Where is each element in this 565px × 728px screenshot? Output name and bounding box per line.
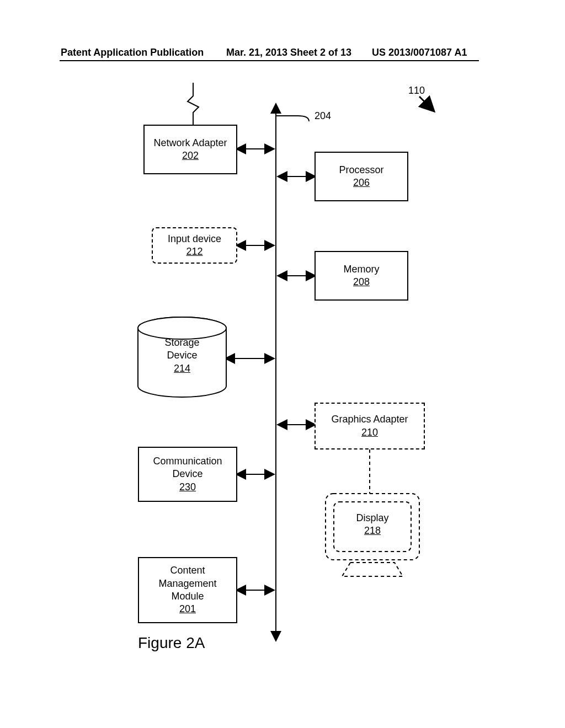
- memory-block: Memory 208: [315, 251, 408, 301]
- graphics-adapter-block: Graphics Adapter 210: [315, 403, 425, 449]
- storage-title: Storage Device: [138, 336, 226, 362]
- header-left: Patent Application Publication: [61, 47, 204, 58]
- communication-device-ref: 230: [179, 481, 196, 494]
- communication-device-title: Communication Device: [139, 455, 236, 481]
- storage-block-text: Storage Device 214: [138, 336, 226, 375]
- svg-point-12: [138, 317, 226, 339]
- processor-block: Processor 206: [315, 152, 408, 201]
- display-ref: 218: [334, 524, 411, 537]
- system-label: 110: [408, 85, 425, 97]
- diagram-svg: [0, 77, 565, 684]
- display-block-text: Display 218: [334, 512, 411, 538]
- svg-point-11: [138, 317, 226, 339]
- processor-ref: 206: [353, 176, 370, 189]
- network-adapter-title: Network Adapter: [153, 137, 227, 149]
- figure-caption: Figure 2A: [138, 634, 205, 652]
- processor-title: Processor: [339, 164, 383, 176]
- diagram: Network Adapter 202 Processor 206 Input …: [0, 77, 565, 684]
- svg-line-1: [419, 97, 433, 110]
- network-adapter-ref: 202: [182, 149, 199, 162]
- content-management-title: Content Management Module: [158, 564, 216, 603]
- graphics-adapter-title: Graphics Adapter: [331, 413, 408, 426]
- input-device-ref: 212: [186, 245, 202, 258]
- memory-ref: 208: [353, 276, 370, 288]
- storage-ref: 214: [138, 362, 226, 375]
- input-device-title: Input device: [168, 233, 221, 245]
- graphics-adapter-ref: 210: [361, 426, 378, 439]
- memory-title: Memory: [343, 263, 379, 276]
- page: Patent Application Publication Mar. 21, …: [0, 0, 565, 728]
- header-right: US 2013/0071087 A1: [372, 47, 467, 58]
- header-rule: [60, 60, 479, 61]
- content-management-block: Content Management Module 201: [138, 557, 237, 623]
- input-device-block: Input device 212: [152, 227, 237, 264]
- content-management-ref: 201: [179, 603, 196, 615]
- header-middle: Mar. 21, 2013 Sheet 2 of 13: [226, 47, 351, 58]
- communication-device-block: Communication Device 230: [138, 447, 237, 502]
- network-adapter-block: Network Adapter 202: [143, 125, 237, 174]
- bus-label: 204: [315, 110, 331, 122]
- display-title: Display: [334, 512, 411, 524]
